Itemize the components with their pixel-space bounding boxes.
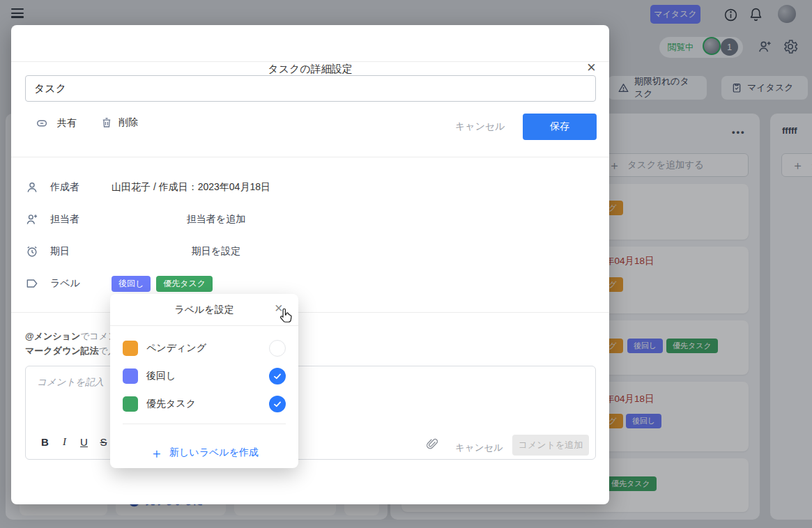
label-option-later[interactable]: 後回し: [123, 368, 286, 385]
paperclip-icon[interactable]: [426, 437, 439, 452]
label-color-swatch: [123, 396, 138, 412]
checkbox-checked-icon[interactable]: [269, 368, 286, 385]
share-button[interactable]: 共有: [36, 117, 77, 130]
divider: [123, 424, 286, 424]
plus-icon: ＋: [150, 447, 163, 460]
user-plus-icon: [25, 212, 40, 226]
delete-label: 削除: [118, 116, 138, 129]
due-date-row: 期日 期日を設定: [25, 243, 595, 260]
trash-icon: [100, 116, 113, 130]
share-label: 共有: [57, 117, 77, 130]
creator-row: 作成者 山田花子 / 作成日：2023年04月18日: [25, 179, 595, 196]
label-option-priority[interactable]: 優先タスク: [123, 396, 286, 412]
delete-button[interactable]: 削除: [100, 116, 138, 130]
modal-title: タスクの詳細設定: [11, 63, 609, 76]
save-button[interactable]: 保存: [523, 114, 597, 140]
label-option-name: 優先タスク: [146, 398, 269, 410]
tag-icon: [25, 277, 40, 290]
assignee-row: 担当者 担当者を追加: [25, 211, 595, 228]
divider: [11, 312, 609, 313]
mention-hint: @メンションでコメン: [25, 330, 117, 343]
label-color-swatch: [123, 341, 138, 356]
add-assignee-button[interactable]: 担当者を追加: [112, 213, 321, 226]
divider: [11, 157, 609, 157]
popup-title: ラベルを設定: [110, 304, 298, 316]
applied-label-chip[interactable]: 後回し: [112, 276, 151, 292]
create-label-text: 新しいラベルを作成: [169, 447, 259, 459]
task-detail-modal: タスクの詳細設定 × 共有 削除 キャンセル 保存 作成者 山田花子 / 作成日…: [11, 25, 609, 504]
task-name-input[interactable]: [25, 75, 596, 102]
bold-button[interactable]: B: [40, 436, 50, 448]
label-option-name: 後回し: [146, 370, 269, 382]
user-icon: [25, 180, 40, 194]
markdown-hint-bold: マークダウン記法: [25, 345, 99, 356]
labels-label: ラベル: [50, 277, 112, 290]
due-date-label: 期日: [50, 245, 112, 258]
label-option-name: ペンディング: [146, 342, 269, 355]
cancel-button[interactable]: キャンセル: [455, 121, 505, 133]
divider: [11, 61, 609, 62]
modal-close-icon[interactable]: ×: [587, 60, 596, 75]
comment-cancel-button[interactable]: キャンセル: [455, 442, 503, 454]
labels-row: ラベル 後回し 優先タスク: [25, 275, 595, 292]
add-comment-button[interactable]: コメントを追加: [512, 435, 589, 456]
italic-button[interactable]: I: [59, 436, 70, 448]
strikethrough-button[interactable]: S: [98, 436, 109, 448]
label-option-pending[interactable]: ペンディング: [123, 340, 286, 357]
checkbox-checked-icon[interactable]: [269, 396, 286, 412]
creator-value: 山田花子 / 作成日：2023年04月18日: [112, 181, 270, 194]
markdown-hint: マークダウン記法で入: [25, 345, 117, 357]
label-color-swatch: [123, 368, 138, 384]
underline-button[interactable]: U: [79, 436, 89, 448]
creator-label: 作成者: [50, 181, 112, 194]
divider: [110, 325, 298, 326]
popup-close-icon[interactable]: ×: [275, 301, 283, 315]
applied-label-chip[interactable]: 優先タスク: [156, 276, 213, 292]
alarm-clock-icon: [25, 244, 40, 258]
link-icon: [36, 117, 52, 130]
comment-placeholder: コメントを記入: [37, 376, 104, 389]
label-picker-popup: ラベルを設定 × ペンディング 後回し 優先タスク ＋ 新しいラベルを作成: [110, 294, 298, 468]
set-due-date-button[interactable]: 期日を設定: [112, 245, 321, 258]
create-label-button[interactable]: ＋ 新しいラベルを作成: [110, 437, 298, 468]
assignee-label: 担当者: [50, 213, 112, 226]
format-toolbar: B I U S: [40, 436, 109, 448]
mention-hint-bold: @メンション: [25, 331, 80, 341]
checkbox-unchecked-icon[interactable]: [269, 340, 286, 357]
